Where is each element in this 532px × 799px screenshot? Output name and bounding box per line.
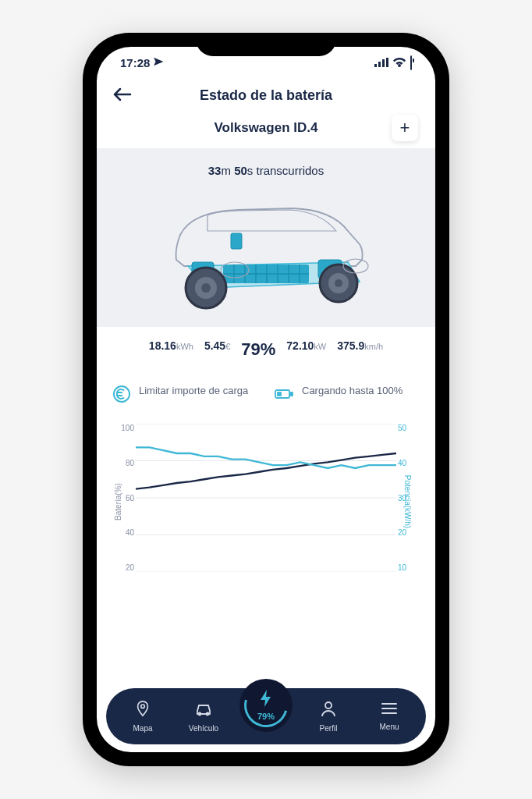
back-button[interactable] [112, 83, 133, 108]
nav-map-label: Mapa [133, 724, 152, 733]
limit-amount-option[interactable]: Limitar importe de carga [112, 385, 258, 408]
nav-vehicle[interactable]: Vehículo [179, 700, 229, 733]
y-axis-right-ticks: 50 40 30 20 10 [398, 424, 420, 572]
svg-point-33 [141, 705, 145, 708]
nav-vehicle-label: Vehículo [189, 724, 218, 733]
limit-amount-label: Limitar importe de carga [139, 385, 248, 398]
svg-rect-3 [386, 58, 388, 67]
user-icon [321, 700, 336, 721]
bottom-nav: Mapa Vehículo 79% Perfil [106, 688, 426, 744]
chart: Batería(%) Potencia(kW/h) 100 80 60 40 2… [97, 416, 435, 588]
nav-menu[interactable]: Menu [364, 701, 414, 731]
wifi-icon [393, 56, 406, 69]
options-row: Limitar importe de carga Cargando hasta … [97, 372, 435, 416]
stat-power: 72.10kW [286, 339, 326, 360]
map-pin-icon [134, 700, 151, 721]
car-illustration [145, 188, 387, 313]
status-time: 17:28 [120, 56, 150, 69]
nav-profile[interactable]: Perfil [303, 700, 353, 733]
stat-energy: 18.16kWh [149, 339, 193, 360]
svg-rect-1 [378, 62, 381, 67]
add-vehicle-button[interactable]: + [392, 115, 418, 141]
header: Estado de la batería [97, 76, 435, 115]
elapsed-time: 33m 50s transcurridos [97, 164, 435, 177]
menu-icon [381, 701, 398, 719]
euro-icon [112, 385, 131, 408]
nav-charge-percent: 79% [257, 712, 275, 721]
svg-rect-2 [382, 59, 385, 67]
stats-row: 18.16kWh 5.45€ 79% 72.10kW 375.9km/h [97, 327, 435, 372]
stat-cost: 5.45€ [204, 339, 230, 360]
stat-range: 375.9km/h [337, 339, 383, 360]
svg-rect-27 [278, 392, 281, 396]
nav-map[interactable]: Mapa [118, 700, 168, 733]
vehicle-row: Volkswagen ID.4 + [97, 115, 435, 140]
signal-icon [374, 56, 388, 69]
charge-to-option[interactable]: Cargando hasta 100% [274, 385, 420, 408]
svg-rect-0 [374, 64, 377, 67]
svg-rect-26 [290, 392, 293, 396]
chart-plot [136, 424, 396, 572]
nav-profile-label: Perfil [320, 724, 338, 733]
nav-menu-label: Menu [379, 723, 399, 731]
car-icon [194, 700, 213, 721]
phone-frame: 17:28 Estado de la bate [83, 33, 449, 766]
svg-point-18 [201, 283, 211, 293]
svg-rect-15 [231, 233, 242, 249]
vehicle-name: Volkswagen ID.4 [215, 120, 318, 136]
battery-charge-icon [274, 385, 294, 408]
car-panel: 33m 50s transcurridos [97, 148, 435, 372]
phone-screen: 17:28 Estado de la bate [97, 47, 435, 752]
page-title: Estado de la batería [200, 87, 332, 104]
y-axis-left-ticks: 100 80 60 40 20 [112, 424, 134, 572]
battery-icon [410, 56, 412, 69]
nav-charge-button[interactable]: 79% [239, 679, 293, 732]
charge-to-label: Cargando hasta 100% [302, 385, 403, 398]
bolt-icon [259, 690, 273, 711]
svg-point-36 [325, 702, 332, 708]
svg-point-21 [335, 279, 342, 287]
stat-percent: 79% [241, 339, 275, 360]
location-icon [153, 56, 164, 69]
notch [196, 33, 336, 56]
